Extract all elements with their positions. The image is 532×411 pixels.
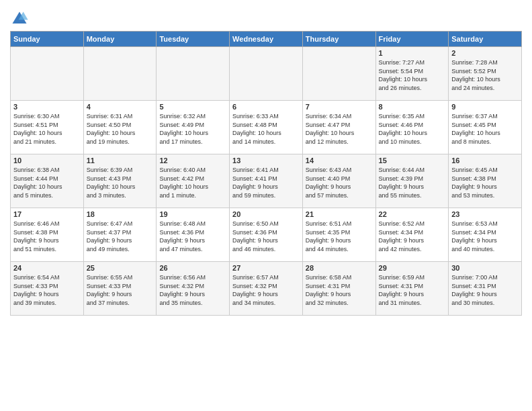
calendar-cell: 24Sunrise: 6:54 AM Sunset: 4:33 PM Dayli… — [11, 262, 84, 316]
day-number: 9 — [451, 103, 519, 111]
day-info: Sunrise: 6:54 AM Sunset: 4:33 PM Dayligh… — [13, 273, 81, 307]
day-info: Sunrise: 6:55 AM Sunset: 4:33 PM Dayligh… — [87, 273, 154, 307]
calendar-cell: 20Sunrise: 6:50 AM Sunset: 4:36 PM Dayli… — [230, 208, 303, 262]
day-number: 4 — [87, 103, 154, 111]
calendar-cell — [157, 47, 230, 101]
day-number: 12 — [159, 156, 226, 165]
day-number: 21 — [306, 210, 373, 218]
day-header-thursday: Thursday — [302, 32, 375, 47]
day-number: 2 — [451, 49, 519, 57]
week-row-1: 1Sunrise: 7:27 AM Sunset: 5:54 PM Daylig… — [11, 47, 522, 101]
calendar-cell — [11, 47, 84, 101]
day-number: 8 — [379, 103, 446, 111]
day-info: Sunrise: 6:52 AM Sunset: 4:34 PM Dayligh… — [379, 220, 446, 253]
calendar-cell: 1Sunrise: 7:27 AM Sunset: 5:54 PM Daylig… — [375, 47, 449, 101]
logo-icon — [10, 9, 29, 28]
calendar-cell: 23Sunrise: 6:53 AM Sunset: 4:34 PM Dayli… — [449, 208, 522, 262]
day-number: 16 — [451, 156, 519, 165]
week-row-5: 24Sunrise: 6:54 AM Sunset: 4:33 PM Dayli… — [11, 262, 522, 316]
calendar-cell: 19Sunrise: 6:48 AM Sunset: 4:36 PM Dayli… — [157, 208, 230, 262]
day-number: 29 — [379, 264, 446, 272]
day-number: 5 — [159, 103, 226, 111]
calendar-cell: 9Sunrise: 6:37 AM Sunset: 4:45 PM Daylig… — [449, 101, 522, 154]
day-info: Sunrise: 6:39 AM Sunset: 4:43 PM Dayligh… — [87, 166, 154, 199]
day-number: 6 — [232, 103, 300, 111]
day-number: 10 — [13, 156, 81, 165]
day-info: Sunrise: 6:58 AM Sunset: 4:31 PM Dayligh… — [306, 273, 373, 307]
calendar-cell: 28Sunrise: 6:58 AM Sunset: 4:31 PM Dayli… — [302, 262, 375, 316]
calendar-cell: 26Sunrise: 6:56 AM Sunset: 4:32 PM Dayli… — [157, 262, 230, 316]
calendar-cell: 17Sunrise: 6:46 AM Sunset: 4:38 PM Dayli… — [11, 208, 84, 262]
day-header-saturday: Saturday — [449, 32, 522, 47]
day-number: 22 — [379, 210, 446, 218]
day-info: Sunrise: 6:40 AM Sunset: 4:42 PM Dayligh… — [159, 166, 226, 199]
calendar-cell — [83, 47, 157, 101]
day-info: Sunrise: 6:46 AM Sunset: 4:38 PM Dayligh… — [13, 220, 81, 253]
day-info: Sunrise: 6:47 AM Sunset: 4:37 PM Dayligh… — [87, 220, 154, 253]
day-number: 19 — [159, 210, 226, 218]
day-info: Sunrise: 6:37 AM Sunset: 4:45 PM Dayligh… — [451, 112, 519, 146]
day-number: 11 — [87, 156, 154, 165]
calendar-cell: 29Sunrise: 6:59 AM Sunset: 4:31 PM Dayli… — [375, 262, 449, 316]
calendar-cell: 18Sunrise: 6:47 AM Sunset: 4:37 PM Dayli… — [83, 208, 157, 262]
day-info: Sunrise: 6:45 AM Sunset: 4:38 PM Dayligh… — [451, 166, 519, 199]
day-number: 26 — [159, 264, 226, 272]
day-info: Sunrise: 7:28 AM Sunset: 5:52 PM Dayligh… — [451, 58, 519, 92]
logo — [10, 9, 32, 28]
day-number: 17 — [13, 210, 81, 218]
week-row-4: 17Sunrise: 6:46 AM Sunset: 4:38 PM Dayli… — [11, 208, 522, 262]
day-info: Sunrise: 6:33 AM Sunset: 4:48 PM Dayligh… — [232, 112, 300, 146]
day-info: Sunrise: 6:43 AM Sunset: 4:40 PM Dayligh… — [306, 166, 373, 199]
header-row: SundayMondayTuesdayWednesdayThursdayFrid… — [11, 32, 522, 47]
day-number: 1 — [379, 49, 446, 57]
calendar-cell: 2Sunrise: 7:28 AM Sunset: 5:52 PM Daylig… — [449, 47, 522, 101]
main-container: SundayMondayTuesdayWednesdayThursdayFrid… — [0, 0, 532, 319]
day-info: Sunrise: 6:31 AM Sunset: 4:50 PM Dayligh… — [87, 112, 154, 146]
day-info: Sunrise: 7:00 AM Sunset: 4:31 PM Dayligh… — [451, 273, 519, 307]
day-header-wednesday: Wednesday — [230, 32, 303, 47]
calendar-cell — [302, 47, 375, 101]
day-header-tuesday: Tuesday — [157, 32, 230, 47]
day-info: Sunrise: 6:32 AM Sunset: 4:49 PM Dayligh… — [159, 112, 226, 146]
calendar-cell: 15Sunrise: 6:44 AM Sunset: 4:39 PM Dayli… — [375, 154, 449, 208]
day-number: 15 — [379, 156, 446, 165]
header — [10, 7, 522, 28]
calendar-cell: 11Sunrise: 6:39 AM Sunset: 4:43 PM Dayli… — [83, 154, 157, 208]
day-info: Sunrise: 6:38 AM Sunset: 4:44 PM Dayligh… — [13, 166, 81, 199]
day-number: 30 — [451, 264, 519, 272]
day-info: Sunrise: 6:30 AM Sunset: 4:51 PM Dayligh… — [13, 112, 81, 146]
day-info: Sunrise: 6:48 AM Sunset: 4:36 PM Dayligh… — [159, 220, 226, 253]
calendar-cell: 27Sunrise: 6:57 AM Sunset: 4:32 PM Dayli… — [230, 262, 303, 316]
day-header-friday: Friday — [375, 32, 449, 47]
calendar-cell: 25Sunrise: 6:55 AM Sunset: 4:33 PM Dayli… — [83, 262, 157, 316]
calendar-cell: 13Sunrise: 6:41 AM Sunset: 4:41 PM Dayli… — [230, 154, 303, 208]
calendar-cell: 6Sunrise: 6:33 AM Sunset: 4:48 PM Daylig… — [230, 101, 303, 154]
day-info: Sunrise: 6:44 AM Sunset: 4:39 PM Dayligh… — [379, 166, 446, 199]
week-row-3: 10Sunrise: 6:38 AM Sunset: 4:44 PM Dayli… — [11, 154, 522, 208]
calendar-cell: 10Sunrise: 6:38 AM Sunset: 4:44 PM Dayli… — [11, 154, 84, 208]
calendar-cell: 8Sunrise: 6:35 AM Sunset: 4:46 PM Daylig… — [375, 101, 449, 154]
calendar-cell: 7Sunrise: 6:34 AM Sunset: 4:47 PM Daylig… — [302, 101, 375, 154]
day-info: Sunrise: 6:56 AM Sunset: 4:32 PM Dayligh… — [159, 273, 226, 307]
calendar-cell — [230, 47, 303, 101]
day-number: 13 — [232, 156, 300, 165]
day-number: 23 — [451, 210, 519, 218]
day-number: 28 — [306, 264, 373, 272]
day-number: 27 — [232, 264, 300, 272]
day-number: 3 — [13, 103, 81, 111]
day-number: 14 — [306, 156, 373, 165]
calendar-cell: 21Sunrise: 6:51 AM Sunset: 4:35 PM Dayli… — [302, 208, 375, 262]
day-number: 25 — [87, 264, 154, 272]
day-info: Sunrise: 6:35 AM Sunset: 4:46 PM Dayligh… — [379, 112, 446, 146]
day-info: Sunrise: 6:41 AM Sunset: 4:41 PM Dayligh… — [232, 166, 300, 199]
week-row-2: 3Sunrise: 6:30 AM Sunset: 4:51 PM Daylig… — [11, 101, 522, 154]
day-number: 18 — [87, 210, 154, 218]
day-number: 24 — [13, 264, 81, 272]
day-info: Sunrise: 6:34 AM Sunset: 4:47 PM Dayligh… — [306, 112, 373, 146]
day-info: Sunrise: 6:59 AM Sunset: 4:31 PM Dayligh… — [379, 273, 446, 307]
calendar-cell: 5Sunrise: 6:32 AM Sunset: 4:49 PM Daylig… — [157, 101, 230, 154]
calendar-cell: 4Sunrise: 6:31 AM Sunset: 4:50 PM Daylig… — [83, 101, 157, 154]
day-info: Sunrise: 6:53 AM Sunset: 4:34 PM Dayligh… — [451, 220, 519, 253]
day-info: Sunrise: 6:51 AM Sunset: 4:35 PM Dayligh… — [306, 220, 373, 253]
day-info: Sunrise: 6:57 AM Sunset: 4:32 PM Dayligh… — [232, 273, 300, 307]
